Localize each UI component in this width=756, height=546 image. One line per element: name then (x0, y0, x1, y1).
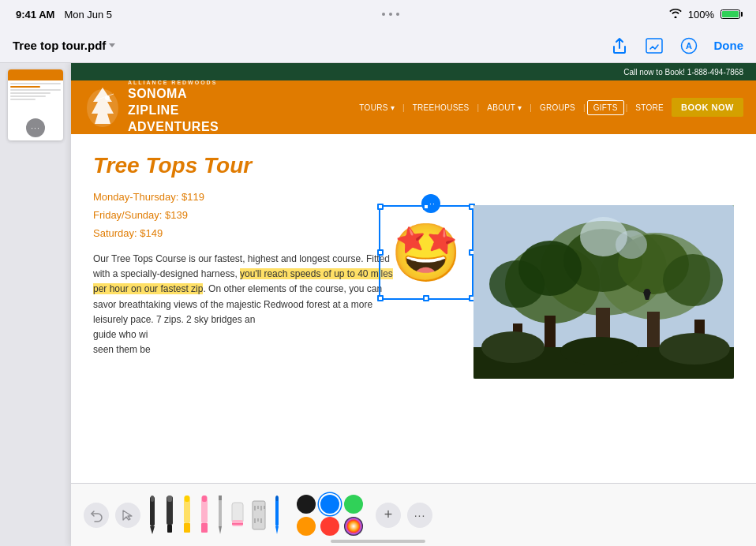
logo-tagline: ALLIANCE REDWOODS (128, 79, 219, 86)
site-logo: ALLIANCE REDWOODS SONOMA ZIPLINE ADVENTU… (84, 79, 219, 135)
thumbnail-more-button[interactable]: ··· (26, 118, 45, 137)
svg-point-18 (663, 254, 723, 306)
logo-line3: ADVENTURES (128, 119, 219, 136)
marker-tool[interactable] (164, 495, 175, 536)
resize-handle-mb[interactable] (423, 295, 429, 301)
svg-rect-38 (219, 496, 222, 500)
content-area: ··· › Call now to Book! 1-888-494-7868 (0, 63, 756, 546)
share-button[interactable] (610, 36, 629, 55)
svg-rect-29 (167, 496, 172, 502)
pdf-title-area[interactable]: Tree top tour.pdf (13, 39, 115, 52)
wifi-icon (669, 9, 682, 21)
svg-rect-30 (167, 525, 172, 533)
thumb-line3 (10, 92, 51, 94)
nav-about[interactable]: ABOUT ▾ (481, 100, 528, 115)
nav-treehouses[interactable]: TREEHOUSES (406, 100, 476, 115)
annotation-toolbar: + ··· (71, 483, 756, 546)
battery-percent: 100% (688, 9, 714, 21)
more-tools-button[interactable]: ··· (407, 503, 432, 528)
circle-a-button[interactable]: A (679, 36, 698, 55)
status-time: 9:41 AM (16, 9, 54, 21)
color-red[interactable] (320, 517, 339, 536)
nav-gifts[interactable]: GIFTS (587, 100, 624, 115)
nav-store[interactable]: STORE (629, 100, 670, 115)
resize-handle-ml[interactable] (377, 249, 384, 256)
plus-icon: + (384, 507, 393, 523)
resize-handle-mt[interactable] (423, 204, 429, 210)
battery-icon (720, 9, 740, 19)
toolbar-right-actions: A Done (610, 36, 744, 55)
ruler-tool[interactable] (251, 495, 267, 536)
chevron-down-icon[interactable] (109, 43, 115, 47)
forest-svg (473, 205, 734, 379)
price-mon-thu: Monday-Thursday: $119 (93, 191, 734, 203)
thumbnail-sidebar: ··· › (0, 63, 71, 546)
svg-rect-51 (276, 496, 279, 501)
thumb-content (8, 80, 63, 104)
pdf-filename: Tree top tour.pdf (13, 39, 106, 52)
svg-rect-32 (185, 496, 189, 502)
thumb-line (10, 83, 61, 84)
svg-rect-35 (202, 496, 207, 502)
svg-point-17 (489, 260, 545, 308)
nav-tours[interactable]: TOURS ▾ (353, 100, 401, 115)
svg-rect-41 (232, 523, 243, 525)
color-picker-section (297, 495, 363, 536)
svg-point-20 (616, 230, 647, 259)
color-black[interactable] (297, 495, 316, 514)
emoji-sticker[interactable]: ··· 🤩 (379, 205, 473, 300)
site-navbar: ALLIANCE REDWOODS SONOMA ZIPLINE ADVENTU… (71, 80, 756, 134)
emoji-character: 🤩 (391, 224, 462, 281)
forest-photo (473, 205, 734, 379)
pencil-gray-tool[interactable] (216, 495, 224, 536)
svg-rect-42 (253, 501, 265, 529)
status-date: Mon Jun 5 (64, 9, 112, 21)
svg-point-23 (481, 331, 545, 363)
nav-sep-5: | (626, 103, 628, 112)
markup-button[interactable] (645, 36, 664, 55)
color-blue[interactable] (320, 495, 339, 514)
svg-point-25 (659, 333, 730, 365)
ipad-frame: 9:41 AM Mon Jun 5 100% Tree top t (0, 0, 756, 546)
pen-tool-black[interactable] (147, 495, 158, 536)
undo-button[interactable] (84, 503, 109, 528)
dot-3 (396, 13, 399, 16)
dot-2 (389, 13, 392, 16)
nav-sep-1: | (402, 103, 405, 112)
done-button[interactable]: Done (714, 39, 744, 52)
nav-groups[interactable]: GROUPS (533, 100, 582, 115)
resize-handle-bl[interactable] (377, 295, 384, 301)
highlighter-pink-tool[interactable] (199, 495, 210, 536)
eraser-tool[interactable] (230, 495, 245, 536)
status-center-dots (382, 13, 399, 16)
more-icon: ··· (414, 509, 426, 522)
tour-description: Our Tree Tops Course is our fastest, hig… (93, 252, 393, 357)
pdf-document: Call now to Book! 1-888-494-7868 ALLIANC… (71, 63, 756, 546)
more-dots-icon: ··· (31, 124, 39, 133)
color-green[interactable] (344, 495, 363, 514)
page-thumbnail[interactable]: ··· (8, 69, 63, 140)
highlighter-yellow-tool[interactable] (182, 495, 193, 536)
lasso-button[interactable] (115, 503, 140, 528)
logo-line1: SONOMA (128, 86, 219, 103)
nav-sep-4: | (583, 103, 586, 112)
thumb-line-orange (10, 86, 40, 88)
top-toolbar: Tree top tour.pdf A (0, 28, 756, 63)
color-row-top (297, 495, 363, 514)
pen-tool-blue[interactable] (273, 495, 281, 536)
thumb-header (8, 69, 63, 80)
resize-handle-tl[interactable] (377, 204, 384, 210)
color-orange[interactable] (297, 517, 316, 536)
highlighted-text: you'll reach speeds of up to 40 miles pe… (93, 268, 393, 294)
add-tool-button[interactable]: + (376, 503, 401, 528)
nav-sep-3: | (530, 103, 532, 112)
status-bar: 9:41 AM Mon Jun 5 100% (0, 0, 756, 28)
svg-rect-33 (184, 523, 190, 533)
logo-text-block: ALLIANCE REDWOODS SONOMA ZIPLINE ADVENTU… (128, 79, 219, 135)
color-rainbow[interactable] (344, 517, 363, 536)
svg-text:A: A (686, 41, 692, 50)
site-topbar: Call now to Book! 1-888-494-7868 (71, 63, 756, 80)
thumb-line2 (10, 89, 61, 91)
book-now-button[interactable]: BOOK NOW (672, 98, 743, 117)
svg-rect-0 (646, 39, 662, 53)
